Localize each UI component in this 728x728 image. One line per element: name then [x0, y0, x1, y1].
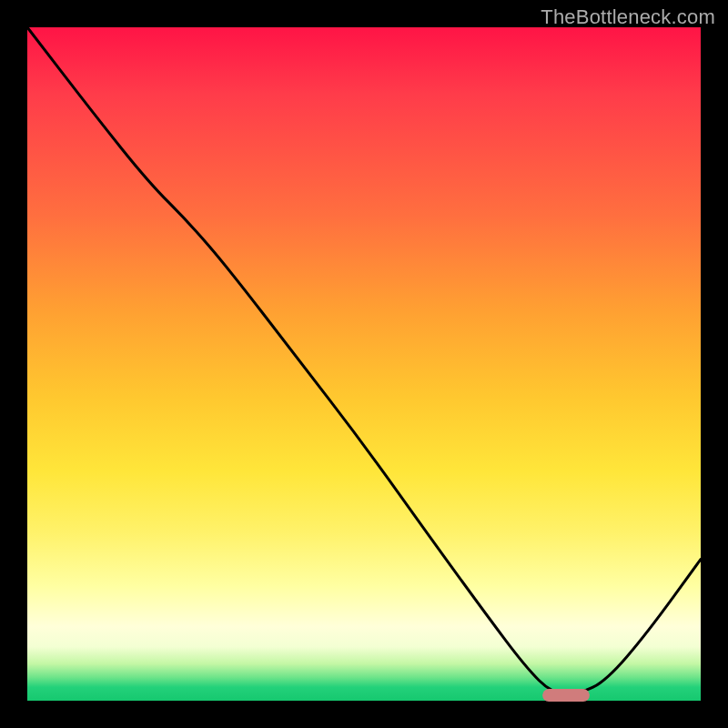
bottleneck-curve	[27, 27, 701, 694]
chart-plot-area	[27, 27, 701, 701]
chart-svg	[27, 27, 701, 701]
optimal-range-marker	[542, 689, 590, 702]
watermark-text: TheBottleneck.com	[541, 5, 715, 29]
chart-frame: TheBottleneck.com	[0, 0, 728, 728]
